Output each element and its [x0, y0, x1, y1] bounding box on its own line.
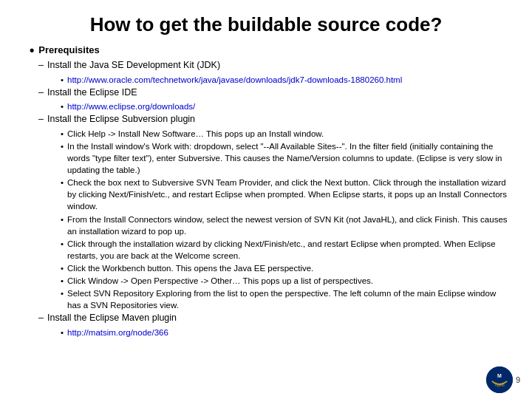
- sub-dot: •: [61, 140, 64, 152]
- sub-dot: •: [61, 327, 64, 338]
- eclipse-section: – Install the Eclipse IDE: [38, 86, 510, 100]
- svn-text-3: Check the box next to Subversive SVN Tea…: [67, 177, 510, 212]
- sub-dot: •: [61, 287, 64, 299]
- sub-dot: •: [61, 275, 64, 287]
- dash: –: [38, 113, 44, 126]
- svn-bullet-8: • Select SVN Repository Exploring from t…: [61, 287, 510, 311]
- svn-bullet-1: • Click Help -> Install New Software… Th…: [61, 128, 510, 140]
- svn-text-6: Click the Workbench button. This opens t…: [67, 262, 313, 274]
- maven-url: • http://matsim.org/node/366: [61, 327, 510, 338]
- eclipse-url: • http://www.eclipse.org/downloads/: [61, 100, 510, 112]
- subversion-label: Install the Eclipse Subversion plugin: [47, 113, 195, 126]
- page-number: 9: [516, 375, 520, 384]
- sub-dot: •: [61, 74, 64, 86]
- svg-text:M: M: [497, 373, 502, 378]
- jdk-link: http://www.oracle.com/technetwork/java/j…: [67, 74, 402, 86]
- svn-bullet-7: • Click Window -> Open Perspective -> Ot…: [61, 275, 510, 287]
- university-logo: M Tigers: [486, 366, 513, 393]
- bullet-dot: •: [30, 44, 34, 57]
- content-area: • Prerequisites – Install the Java SE De…: [22, 44, 510, 338]
- subversion-section: – Install the Eclipse Subversion plugin: [38, 113, 510, 126]
- svn-bullet-6: • Click the Workbench button. This opens…: [61, 262, 510, 274]
- logo-area: M Tigers 9: [486, 366, 520, 393]
- svn-text-2: In the Install window's Work with: dropd…: [67, 140, 510, 176]
- eclipse-label: Install the Eclipse IDE: [47, 86, 137, 100]
- dash: –: [38, 312, 44, 325]
- jdk-label: Install the Java SE Development Kit (JDK…: [47, 59, 220, 72]
- slide-title: How to get the buildable source code?: [22, 13, 510, 36]
- maven-label: Install the Eclipse Maven plugin: [47, 312, 177, 325]
- eclipse-link: http://www.eclipse.org/downloads/: [67, 100, 195, 112]
- dash: –: [38, 86, 44, 100]
- prerequisites-label: Prerequisites: [38, 44, 99, 57]
- jdk-section: – Install the Java SE Development Kit (J…: [38, 59, 510, 72]
- svn-bullet-2: • In the Install window's Work with: dro…: [61, 140, 510, 176]
- svg-text:Tigers: Tigers: [494, 383, 505, 387]
- svn-text-8: Select SVN Repository Exploring from the…: [67, 287, 510, 311]
- sub-dot: •: [61, 238, 64, 250]
- sub-dot: •: [61, 177, 64, 188]
- sub-dot: •: [61, 100, 64, 112]
- maven-section: – Install the Eclipse Maven plugin: [38, 312, 510, 325]
- svg-point-0: [486, 366, 513, 393]
- sub-dot: •: [61, 214, 64, 225]
- svn-text-4: From the Install Connectors window, sele…: [67, 214, 510, 237]
- maven-link: http://matsim.org/node/366: [67, 327, 168, 338]
- slide: How to get the buildable source code? • …: [0, 0, 532, 399]
- svn-text-1: Click Help -> Install New Software… This…: [67, 128, 324, 140]
- logo-svg: M Tigers: [486, 366, 513, 393]
- svn-bullet-5: • Click through the installation wizard …: [61, 238, 510, 262]
- sub-dot: •: [61, 262, 64, 274]
- jdk-url: • http://www.oracle.com/technetwork/java…: [61, 74, 510, 86]
- svn-bullet-4: • From the Install Connectors window, se…: [61, 214, 510, 237]
- sub-dot: •: [61, 128, 64, 140]
- dash: –: [38, 59, 44, 72]
- svn-text-5: Click through the installation wizard by…: [67, 238, 510, 262]
- svn-bullet-3: • Check the box next to Subversive SVN T…: [61, 177, 510, 212]
- svn-text-7: Click Window -> Open Perspective -> Othe…: [67, 275, 373, 287]
- prerequisites-item: • Prerequisites: [30, 44, 510, 57]
